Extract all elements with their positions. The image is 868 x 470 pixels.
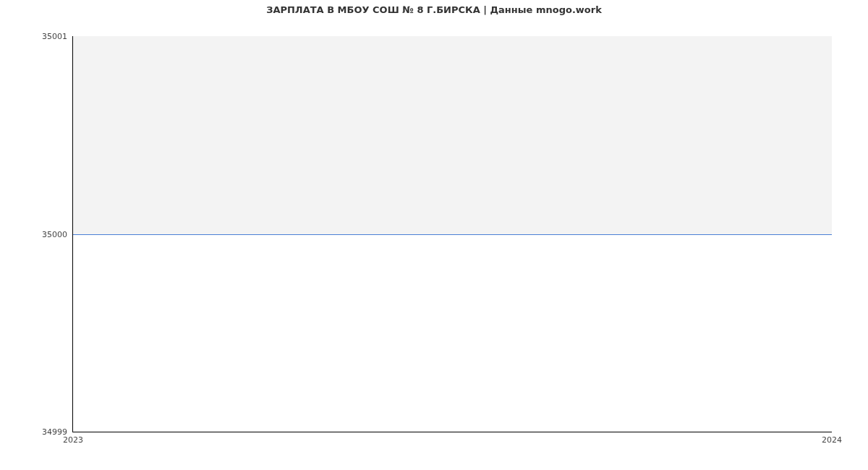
plot-area: 35001 35000 34999 2023 2024 [72, 36, 832, 432]
chart-title: ЗАРПЛАТА В МБОУ СОШ № 8 Г.БИРСКА | Данны… [0, 4, 868, 15]
x-tick-label: 2024 [822, 435, 842, 445]
y-tick-label: 35000 [42, 229, 67, 239]
y-tick-label: 35001 [42, 32, 67, 41]
grid-band [73, 36, 832, 234]
chart-container: ЗАРПЛАТА В МБОУ СОШ № 8 Г.БИРСКА | Данны… [0, 0, 868, 470]
x-tick-label: 2023 [63, 435, 83, 445]
data-line [73, 234, 832, 235]
